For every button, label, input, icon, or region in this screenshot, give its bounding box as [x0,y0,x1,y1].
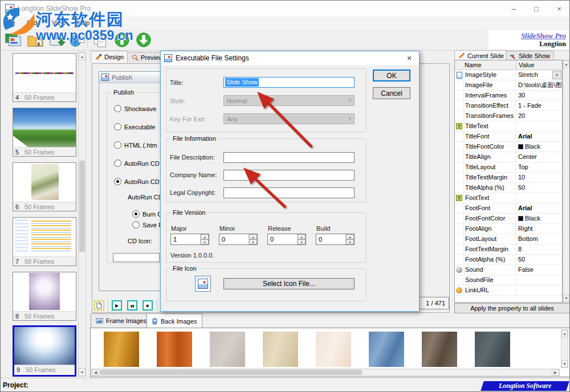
tab-frame-images[interactable]: Frame Images [91,313,152,328]
scrollbar-up-arrow[interactable]: ▲ [79,52,85,60]
up-arrow-icon[interactable]: ▲ [201,234,209,239]
copy-icon[interactable] [92,31,109,48]
textures-vertical-scrollbar[interactable]: ▲ ▼ [561,329,568,368]
menu-slide[interactable]: Slide [27,19,40,26]
prop-value[interactable]: Arial [518,132,532,141]
prop-value[interactable]: Black [525,214,540,223]
radio-executable[interactable] [114,123,121,130]
property-row[interactable]: FootFontColorBlack [455,214,562,224]
property-row[interactable]: FootLayoutBottom [455,234,562,244]
radio-autorun-cd1[interactable] [114,160,121,167]
stop-button[interactable]: ■ [142,300,153,311]
save-icon[interactable] [48,31,66,48]
minor-stepper[interactable]: 0▲▼ [219,234,258,245]
slide-thumbnail-8[interactable]: 850 Frames [13,272,76,321]
textures-horizontal-scrollbar[interactable]: ◀ ▶ [91,369,560,376]
prop-value[interactable]: 10 [518,173,525,182]
build-stepper[interactable]: 0▲▼ [316,234,355,245]
scrollbar-up-arrow[interactable]: ▲ [561,330,568,337]
scrollbar-right-arrow[interactable]: ▶ [552,369,559,375]
cd-icon-box[interactable] [113,253,160,262]
scrollbar-down-arrow[interactable]: ▼ [563,295,569,302]
up-arrow-icon[interactable]: ▲ [346,234,354,239]
prop-value[interactable]: Right [518,224,533,234]
property-row[interactable]: TransitionEffect1 - Fade [455,101,562,111]
prop-value[interactable]: 50 [518,183,525,193]
property-row[interactable]: FootAlignRight [455,224,562,234]
new-slide-button[interactable] [94,300,104,311]
open-project-icon[interactable] [27,31,44,48]
slide-thumbnail-6[interactable]: 650 Frames [13,162,76,211]
apply-to-all-slides-button[interactable]: Apply the property to all slides [454,303,570,313]
property-row[interactable]: FootAlpha (%)50 [455,255,562,265]
release-stepper[interactable]: 0▲▼ [267,234,306,245]
down-arrow-icon[interactable]: ▼ [346,239,354,244]
file-icon-preview-button[interactable] [195,276,211,292]
slideshow-icon[interactable] [5,31,22,48]
title-input[interactable]: Slide Show [223,77,355,88]
texture-thumbnail-paper-beige[interactable] [263,332,298,367]
radio-shockwave[interactable] [114,105,121,112]
property-row[interactable]: IntervalFrames30 [455,91,562,101]
prop-value[interactable]: 50 [518,255,525,264]
property-row[interactable]: TitleAlpha (%)50 [455,183,562,193]
menu-view[interactable]: View [52,19,66,26]
menu-file[interactable]: File [5,19,15,26]
scrollbar-up-arrow[interactable]: ▲ [563,60,569,68]
texture-thumbnail-wood-orange[interactable] [157,332,192,367]
cancel-button[interactable]: Cancel [373,87,410,99]
property-row[interactable]: TitleAlignCenter [455,152,562,162]
prop-value[interactable]: Stretch [518,70,538,80]
radio-burn-cd[interactable] [132,210,140,218]
property-grid-scrollbar[interactable]: ▲ ▼ [563,60,570,303]
scrollbar-down-arrow[interactable]: ▼ [79,368,85,376]
prop-value[interactable]: Top [518,162,528,172]
prop-value[interactable]: Black [525,142,540,152]
prop-value[interactable]: 1 - Fade [518,101,542,111]
radio-save-files[interactable] [132,221,140,228]
prop-value[interactable]: D:\tools\桌面\图 [518,80,561,90]
prop-value[interactable]: Arial [518,203,532,213]
dropdown-button[interactable]: ∨ [552,71,561,79]
texture-thumbnail-paper-cream[interactable] [316,332,351,367]
legal-copyright-input[interactable] [223,187,355,198]
prop-value[interactable]: 20 [518,111,525,121]
close-button[interactable]: × [548,1,570,17]
property-row[interactable]: TFootText [455,193,562,203]
maximize-button[interactable]: □ [525,1,548,17]
scrollbar-thumb[interactable] [79,161,85,252]
property-row[interactable]: TTitleText [455,121,562,132]
prop-value[interactable]: 30 [518,91,525,100]
company-name-input[interactable] [223,170,355,181]
tab-back-images[interactable]: Back Images [146,313,202,328]
scrollbar-thumb[interactable] [100,370,362,375]
dialog-titlebar[interactable]: Executable File Settings × [161,51,419,65]
tab-slide-show[interactable]: Slide Show [506,51,554,60]
slide-thumbnail-5[interactable]: 550 Frames [13,108,76,157]
menu-help[interactable]: Help [77,19,90,26]
up-arrow-icon[interactable]: ▲ [298,234,306,239]
texture-thumbnail-marble-gray[interactable] [210,332,245,367]
property-row[interactable]: ImageFileD:\tools\桌面\图 [455,80,562,91]
texture-thumbnail-wood-amber[interactable] [104,332,139,367]
slide-thumbnail-9-selected[interactable]: 950 Frames [13,325,76,377]
down-arrow-icon[interactable]: ▼ [298,239,306,244]
property-row[interactable]: ImageStyleStretch∨ [455,70,562,80]
minimize-button[interactable]: – [502,1,525,17]
property-row[interactable]: SoundFalse [455,265,562,275]
pause-button[interactable]: ▮▮ [127,300,137,311]
property-row[interactable]: TitleFontColorBlack [455,142,562,152]
tab-current-slide[interactable]: Current Slide [454,50,508,60]
dialog-close-button[interactable]: × [404,54,414,63]
property-row[interactable]: LinkURL [455,285,562,296]
down-arrow-icon[interactable]: ▼ [249,239,257,244]
texture-thumbnail-bark-brown[interactable] [422,332,457,367]
move-down-icon[interactable] [135,31,152,48]
up-arrow-icon[interactable]: ▲ [249,234,257,239]
property-row[interactable]: FootFontArial [455,203,562,214]
property-row[interactable]: FootTextMargin8 [455,244,562,255]
slide-thumbnail-7[interactable]: 750 Frames [13,217,76,266]
major-stepper[interactable]: 1▲▼ [170,234,209,245]
slide-list-scrollbar[interactable]: ▲ ▼ [78,52,86,377]
play-button[interactable]: ▶ [112,300,122,311]
